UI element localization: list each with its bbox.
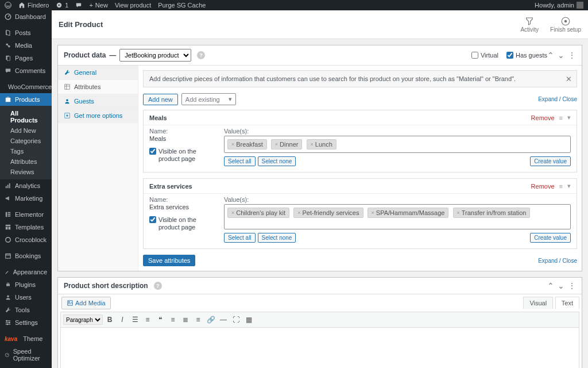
number-list-icon[interactable]: ≡ (142, 314, 153, 325)
finish-setup-button[interactable]: Finish setup (550, 16, 581, 33)
visible-checkbox[interactable]: Visible on the product page (149, 148, 212, 163)
menu-tools[interactable]: Tools (0, 304, 52, 316)
product-type-select[interactable]: JetBooking product (119, 49, 191, 62)
tag[interactable]: ×Children's play kit (227, 208, 289, 218)
collapse-icon[interactable]: ▾ (567, 182, 571, 190)
menu-crocoblock[interactable]: Crocoblock (0, 233, 52, 246)
tab-attributes[interactable]: Attributes (58, 80, 138, 94)
svg-rect-12 (7, 214, 10, 215)
menu-posts[interactable]: Posts (0, 26, 52, 39)
remove-link[interactable]: Remove (531, 183, 555, 190)
remove-link[interactable]: Remove (531, 114, 555, 121)
editor-textarea[interactable] (60, 328, 579, 368)
submenu-attributes[interactable]: Attributes (0, 156, 52, 167)
menu-elementor[interactable]: Elementor (0, 208, 52, 221)
italic-icon[interactable]: I (117, 314, 128, 325)
toolbar-toggle-icon[interactable]: ▦ (243, 314, 254, 325)
create-value-button[interactable]: Create value (530, 233, 571, 243)
menu-comments[interactable]: Comments (0, 64, 52, 77)
align-right-icon[interactable]: ≡ (192, 314, 204, 325)
menu-plugins[interactable]: Plugins (0, 278, 52, 291)
menu-pages[interactable]: Pages (0, 52, 52, 64)
menu-media[interactable]: Media (0, 39, 52, 52)
select-all-button[interactable]: Select all (224, 156, 256, 166)
view-product[interactable]: View product (115, 2, 151, 9)
menu-theme[interactable]: kavaTheme (0, 332, 52, 345)
text-tab[interactable]: Text (555, 297, 579, 309)
chevron-up-icon[interactable]: ⌃ (547, 51, 554, 60)
updates[interactable]: 1 (56, 2, 68, 9)
menu-collapse[interactable]: Collapse menu (0, 365, 52, 368)
drag-handle-icon[interactable]: ≡ (559, 114, 563, 121)
expand-collapse-link[interactable]: Expand / Close (538, 96, 577, 102)
chevron-down-icon[interactable]: ⌄ (558, 281, 564, 290)
virtual-checkbox[interactable]: Virtual (471, 52, 498, 59)
tag[interactable]: ×Lunch (307, 139, 336, 150)
menu-woocommerce[interactable]: WooCommerce (0, 80, 52, 93)
more-icon[interactable]: — (218, 314, 229, 325)
align-center-icon[interactable]: ≣ (180, 314, 191, 325)
tag[interactable]: ×Breakfast (227, 139, 267, 150)
comments-indicator[interactable] (75, 2, 82, 9)
dismiss-icon[interactable]: ✕ (566, 75, 572, 83)
add-existing-select[interactable]: Add existing▾ (181, 93, 236, 105)
account-menu[interactable]: Howdy, admin (535, 2, 583, 9)
submenu-tags[interactable]: Tags (0, 146, 52, 156)
submenu-all-products[interactable]: All Products (0, 108, 52, 125)
expand-collapse-link[interactable]: Expand / Close (538, 258, 577, 264)
submenu-reviews[interactable]: Reviews (0, 167, 52, 177)
submenu-categories[interactable]: Categories (0, 136, 52, 146)
select-none-button[interactable]: Select none (258, 233, 296, 243)
menu-settings[interactable]: Settings (0, 316, 52, 329)
tag[interactable]: ×Dinner (271, 139, 303, 150)
dots-icon[interactable]: ⋮ (568, 51, 576, 60)
menu-analytics[interactable]: Analytics (0, 179, 52, 192)
activity-button[interactable]: Activity (520, 16, 539, 33)
values-input[interactable]: ×Children's play kit ×Pet-friendly servi… (224, 204, 571, 229)
submenu-add-new[interactable]: Add New (0, 125, 52, 136)
menu-bookings[interactable]: Bookings (0, 250, 52, 262)
collapse-icon[interactable]: ▾ (567, 114, 571, 121)
tag[interactable]: ×SPA/Hammam/Massage (368, 208, 449, 218)
align-left-icon[interactable]: ≡ (167, 314, 179, 325)
select-all-button[interactable]: Select all (224, 233, 256, 243)
svg-point-25 (66, 99, 68, 101)
bold-icon[interactable]: B (104, 314, 115, 325)
save-attributes-button[interactable]: Save attributes (143, 255, 195, 266)
menu-marketing[interactable]: Marketing (0, 192, 52, 205)
tag[interactable]: ×Pet-friendly services (293, 208, 363, 218)
menu-products[interactable]: Products (0, 93, 52, 106)
add-new-button[interactable]: Add new (143, 94, 178, 105)
menu-templates[interactable]: Templates (0, 221, 52, 233)
dots-icon[interactable]: ⋮ (568, 281, 576, 290)
values-input[interactable]: ×Breakfast ×Dinner ×Lunch (224, 136, 571, 153)
fullscreen-icon[interactable]: ⛶ (230, 314, 242, 325)
create-value-button[interactable]: Create value (530, 156, 571, 166)
bullet-list-icon[interactable]: ☰ (129, 314, 141, 325)
tab-guests[interactable]: Guests (58, 94, 138, 109)
tag[interactable]: ×Transfer in/from station (453, 208, 531, 218)
menu-speed[interactable]: Speed Optimizer (0, 345, 52, 365)
has-guests-checkbox[interactable]: Has guests (506, 52, 547, 59)
help-icon[interactable]: ? (154, 282, 162, 290)
menu-users[interactable]: Users (0, 291, 52, 304)
menu-appearance[interactable]: Appearance (0, 266, 52, 278)
new-content[interactable]: + New (89, 2, 107, 9)
format-select[interactable]: Paragraph (63, 315, 103, 325)
drag-handle-icon[interactable]: ≡ (559, 183, 563, 190)
link-icon[interactable]: 🔗 (205, 314, 216, 325)
chevron-up-icon[interactable]: ⌃ (547, 281, 554, 290)
chevron-down-icon[interactable]: ⌄ (558, 51, 564, 60)
tab-more-options[interactable]: Get more options (58, 109, 138, 123)
tab-general[interactable]: General (58, 66, 138, 80)
visual-tab[interactable]: Visual (523, 297, 553, 309)
menu-dashboard[interactable]: Dashboard (0, 10, 52, 23)
select-none-button[interactable]: Select none (258, 156, 296, 166)
add-media-button[interactable]: Add Media (61, 297, 111, 309)
visible-checkbox[interactable]: Visible on the product page (149, 216, 212, 231)
purge-cache[interactable]: Purge SG Cache (158, 2, 206, 9)
wp-logo[interactable] (5, 2, 11, 9)
site-name[interactable]: Findero (18, 2, 49, 9)
help-icon[interactable]: ? (197, 51, 205, 59)
quote-icon[interactable]: ❝ (154, 314, 166, 325)
